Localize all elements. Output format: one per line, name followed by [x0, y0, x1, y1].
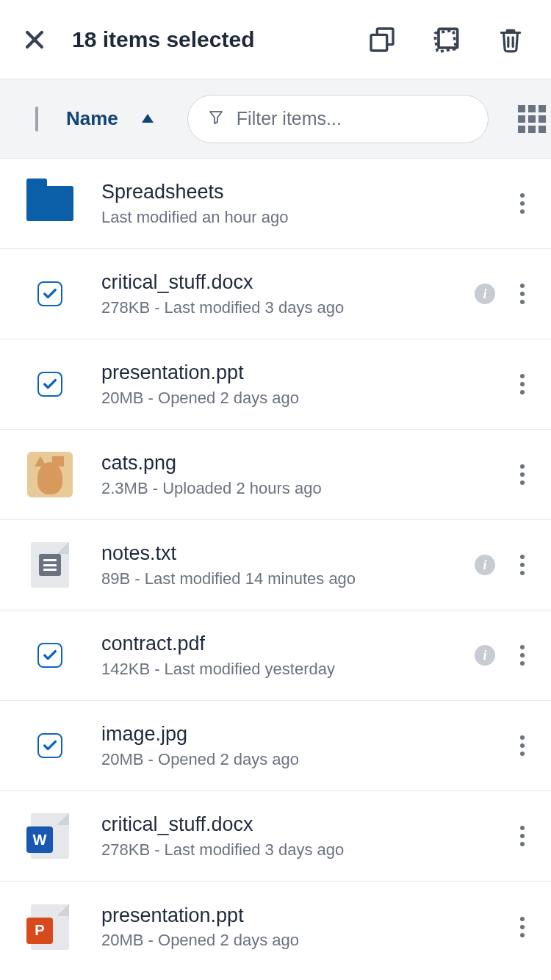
item-actions [516, 912, 529, 942]
item-name: critical_stuff.docx [101, 813, 501, 837]
list-item[interactable]: image.jpg 20MB - Opened 2 days ago [0, 701, 551, 791]
list-item[interactable]: Spreadsheets Last modified an hour ago [0, 159, 551, 249]
item-meta: critical_stuff.docx 278KB - Last modifie… [101, 270, 460, 317]
more-options-icon[interactable] [516, 279, 529, 309]
list-item[interactable]: notes.txt 89B - Last modified 14 minutes… [0, 520, 551, 610]
selection-count-title: 18 items selected [72, 27, 356, 52]
filter-box[interactable] [187, 95, 489, 143]
close-icon[interactable] [22, 27, 47, 52]
item-name: Spreadsheets [101, 180, 501, 205]
item-meta: Spreadsheets Last modified an hour ago [101, 180, 501, 227]
item-actions [516, 460, 529, 489]
copy-icon[interactable] [367, 25, 397, 54]
more-options-icon[interactable] [516, 912, 529, 942]
list-item[interactable]: contract.pdf 142KB - Last modified yeste… [0, 610, 551, 701]
item-sub: 142KB - Last modified yesterday [101, 660, 460, 679]
info-icon[interactable]: i [475, 555, 495, 575]
item-meta: critical_stuff.docx 278KB - Last modifie… [101, 813, 501, 860]
list-item[interactable]: presentation.ppt 20MB - Opened 2 days ag… [0, 339, 551, 430]
more-options-icon[interactable] [516, 641, 529, 670]
item-sub: 20MB - Opened 2 days ago [101, 931, 501, 950]
word-file-icon: W [26, 813, 73, 860]
list-item[interactable]: W critical_stuff.docx 278KB - Last modif… [0, 791, 551, 882]
item-actions [516, 821, 529, 851]
item-actions [516, 370, 529, 399]
item-checkbox-checked[interactable] [26, 722, 73, 769]
filter-input[interactable] [237, 108, 469, 129]
list-item[interactable]: critical_stuff.docx 278KB - Last modifie… [0, 249, 551, 339]
file-list: Spreadsheets Last modified an hour ago c… [0, 159, 551, 972]
item-checkbox-checked[interactable] [26, 632, 73, 679]
grid-view-toggle-icon[interactable] [518, 105, 546, 133]
item-actions: i [475, 279, 529, 309]
sort-ascending-icon[interactable] [142, 112, 154, 126]
item-sub: 278KB - Last modified 3 days ago [101, 840, 501, 860]
more-options-icon[interactable] [516, 370, 529, 399]
item-sub: 278KB - Last modified 3 days ago [101, 298, 460, 317]
more-options-icon[interactable] [516, 550, 529, 580]
rotate-icon[interactable] [431, 24, 463, 56]
item-sub: 20MB - Opened 2 days ago [101, 389, 501, 408]
item-name: contract.pdf [101, 632, 460, 657]
item-meta: presentation.ppt 20MB - Opened 2 days ag… [101, 904, 501, 951]
info-icon[interactable]: i [475, 645, 495, 666]
more-options-icon[interactable] [516, 460, 529, 489]
item-name: notes.txt [101, 541, 460, 566]
filter-icon [207, 109, 225, 129]
item-actions [516, 731, 529, 760]
item-actions: i [475, 550, 529, 580]
sort-column-label[interactable]: Name [66, 107, 118, 130]
item-sub: 89B - Last modified 14 minutes ago [101, 569, 460, 588]
item-name: presentation.ppt [101, 904, 501, 929]
item-meta: contract.pdf 142KB - Last modified yeste… [101, 632, 460, 679]
info-icon[interactable]: i [475, 284, 495, 304]
selection-header: 18 items selected [0, 0, 551, 79]
more-options-icon[interactable] [516, 189, 529, 218]
item-meta: notes.txt 89B - Last modified 14 minutes… [101, 541, 460, 588]
item-sub: Last modified an hour ago [101, 208, 501, 227]
item-meta: presentation.ppt 20MB - Opened 2 days ag… [101, 361, 501, 408]
text-file-icon [26, 541, 73, 588]
item-meta: image.jpg 20MB - Opened 2 days ago [101, 722, 501, 769]
list-item[interactable]: P presentation.ppt 20MB - Opened 2 days … [0, 882, 551, 972]
item-checkbox-checked[interactable] [26, 270, 73, 317]
header-actions [367, 24, 525, 56]
item-name: critical_stuff.docx [101, 270, 460, 295]
item-name: cats.png [101, 451, 501, 476]
item-sub: 2.3MB - Uploaded 2 hours ago [101, 479, 501, 498]
item-actions: i [475, 641, 529, 670]
folder-icon [26, 180, 73, 227]
item-name: image.jpg [101, 722, 501, 747]
item-sub: 20MB - Opened 2 days ago [101, 750, 501, 769]
select-all-checkbox[interactable] [35, 107, 38, 131]
list-toolbar: Name [0, 79, 551, 159]
item-meta: cats.png 2.3MB - Uploaded 2 hours ago [101, 451, 501, 498]
more-options-icon[interactable] [516, 821, 529, 851]
item-checkbox-checked[interactable] [26, 361, 73, 408]
more-options-icon[interactable] [516, 731, 529, 760]
item-actions [516, 189, 529, 218]
image-thumbnail [26, 451, 73, 498]
delete-icon[interactable] [497, 25, 525, 54]
item-name: presentation.ppt [101, 361, 501, 386]
powerpoint-file-icon: P [26, 904, 73, 951]
list-item[interactable]: cats.png 2.3MB - Uploaded 2 hours ago [0, 430, 551, 520]
svg-rect-1 [371, 35, 387, 51]
